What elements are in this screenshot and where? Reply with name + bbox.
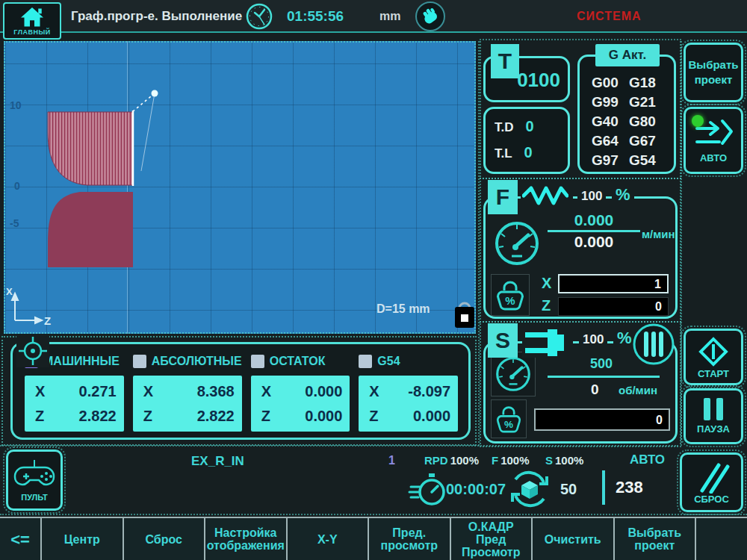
tool-diameter-label: D=15 mm xyxy=(376,302,430,316)
auto-mode-button[interactable]: АВТО xyxy=(684,107,743,174)
axis-value: 2.822 xyxy=(79,406,117,426)
coord-group-distance-to-go: ОСТАТОК X0.000 Z0.000 xyxy=(251,352,350,432)
gamepad-icon xyxy=(13,458,55,491)
reset-slashes-icon xyxy=(693,461,731,494)
home-icon xyxy=(19,5,46,28)
cnc-screen: Граф.прогр-е. Выполнение 01:55:56 mm xyxy=(0,0,747,560)
toolpath-cut-region xyxy=(48,112,133,185)
tool-number: 0100 xyxy=(517,69,560,92)
machine-label: МАШИННЫЕ xyxy=(43,355,120,368)
f-value: 100% xyxy=(500,454,529,467)
start-icon xyxy=(695,335,731,368)
feed-values: 0.000 0.000 xyxy=(548,211,640,251)
axis-value: 0.271 xyxy=(79,382,117,401)
rpd-value: 100% xyxy=(450,454,479,467)
gcode: G80 xyxy=(629,112,666,131)
spindle-load-icon: % xyxy=(491,399,527,438)
start-button[interactable]: СТАРТ xyxy=(684,329,743,385)
axis-z-label: Z xyxy=(44,314,51,327)
feed-badge: F xyxy=(488,180,518,214)
menu-reset-button[interactable]: Сброс xyxy=(124,518,205,560)
pause-button-label: ПАУЗА xyxy=(697,423,730,435)
tool-offset-box: T.D 0 T.L 0 xyxy=(483,107,570,174)
auto-ready-indicator xyxy=(692,115,704,127)
home-button[interactable]: ГЛАВНЫЙ xyxy=(3,2,61,40)
s-override: S100% xyxy=(545,454,583,467)
feed-x-input[interactable]: 1 xyxy=(558,274,669,293)
remainder-coords-box: X0.000 Z0.000 xyxy=(251,376,350,432)
pendant-button-label: ПУЛЬТ xyxy=(21,493,48,502)
f-override: F100% xyxy=(492,454,530,467)
parts-counter-icon xyxy=(509,469,550,509)
feed-x-label: X xyxy=(542,275,551,292)
menu-preview-button[interactable]: Пред. просмотр xyxy=(369,518,450,560)
axis-x-label: X xyxy=(6,286,13,297)
tool-l-label: T.L xyxy=(495,146,512,161)
feed-units: м/мин xyxy=(642,228,675,240)
cycle-timer: 00:00:07 xyxy=(446,481,506,498)
axis-name: Z xyxy=(143,406,152,426)
coord-group-absolute: АБСОЛЮТНЫЕ X8.368 Z2.822 xyxy=(133,352,242,432)
axis-name: Z xyxy=(35,406,44,426)
program-line-number: 1 xyxy=(388,454,395,467)
gcode: G00 xyxy=(592,73,629,92)
axis-value: 0.000 xyxy=(413,406,450,426)
menu-clear-button[interactable]: Очистить xyxy=(533,518,613,560)
svg-text:%: % xyxy=(504,419,513,430)
axis-name: X xyxy=(143,382,153,401)
menu-back-button[interactable]: <= xyxy=(0,518,40,560)
gcode: G54 xyxy=(629,151,666,169)
spindle-speedometer-icon xyxy=(491,352,536,396)
gcode: G40 xyxy=(592,112,629,131)
system-alarm-label[interactable]: СИСТЕМА xyxy=(577,0,642,33)
gcodes-frame: G00 G18 G99 G21 G40 G80 G64 G67 G97 G54 xyxy=(577,55,676,174)
menu-xy-button[interactable]: X-Y xyxy=(288,518,368,560)
tool-badge: T xyxy=(491,44,519,78)
auto-button-label: АВТО xyxy=(700,152,727,164)
svg-text:%: % xyxy=(505,294,515,307)
top-bar: Граф.прогр-е. Выполнение 01:55:56 mm xyxy=(0,0,747,33)
spindle-actual: 0 xyxy=(591,382,599,398)
divider xyxy=(0,514,747,515)
tool-d-label: T.D xyxy=(495,120,514,135)
spindle-units: об/мин xyxy=(619,384,657,396)
menu-center-button[interactable]: Центр xyxy=(42,518,123,560)
spindle-programmed: 500 xyxy=(571,356,631,372)
select-project-button[interactable]: Выбрать проект xyxy=(684,43,743,102)
softkey-menu: <= Центр Сброс Настройка отображения X-Y… xyxy=(0,517,747,560)
rpd-label: RPD xyxy=(424,454,448,467)
spindle-override-value: 100 xyxy=(579,332,607,347)
crosshair-icon xyxy=(16,335,49,367)
frame-number: 238 xyxy=(616,478,643,497)
lock-view-icon[interactable] xyxy=(453,299,476,329)
feed-load-icon: % xyxy=(491,274,530,316)
axis-arrows xyxy=(12,293,42,323)
spindle-speed-input[interactable]: 0 xyxy=(534,408,670,431)
tool-position-marker xyxy=(152,90,158,97)
parts-count: 50 xyxy=(560,481,577,498)
gcode: G67 xyxy=(629,131,666,150)
spindle-badge: S xyxy=(488,323,518,358)
toolpath-viewport[interactable]: 10 0 -5 X Z D=15 mm xyxy=(4,41,476,334)
start-button-label: СТАРТ xyxy=(698,368,729,379)
pendant-button[interactable]: ПУЛЬТ xyxy=(6,449,63,511)
feed-programmed: 0.000 xyxy=(548,211,640,229)
feed-z-input[interactable]: 0 xyxy=(558,297,669,316)
hand-mode-icon[interactable] xyxy=(415,1,445,31)
g54-coords-box: X-8.097 Z0.000 xyxy=(359,376,458,432)
spindle-panel: S 100 % xyxy=(482,323,679,445)
g54-swatch xyxy=(359,355,372,368)
axis-value: 0.000 xyxy=(305,382,342,401)
pause-button[interactable]: ПАУЗА xyxy=(684,388,743,444)
active-gcodes-box: G Акт. G00 G18 G99 G21 G40 G80 G64 G67 G… xyxy=(577,44,678,174)
menu-frame-preview-button[interactable]: О.КАДР Пред Просмотр xyxy=(451,518,532,560)
menu-select-project-button[interactable]: Выбрать проект xyxy=(615,518,695,560)
gcode: G21 xyxy=(629,93,666,111)
tick-0: 0 xyxy=(14,180,20,192)
spindle-gear-icon xyxy=(631,322,676,367)
gcode: G18 xyxy=(629,73,666,92)
divider xyxy=(681,41,682,446)
menu-display-settings-button[interactable]: Настройка отображения xyxy=(205,518,286,560)
reset-button[interactable]: СБРОС xyxy=(680,452,743,512)
tool-l-value: 0 xyxy=(524,144,533,161)
